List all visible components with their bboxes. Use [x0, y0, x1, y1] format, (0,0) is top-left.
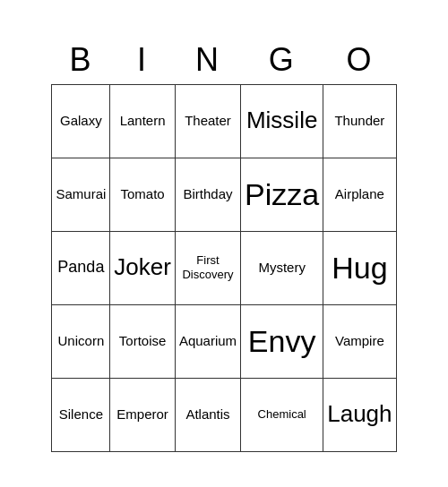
cell-text-r3-c0: Unicorn [56, 333, 106, 349]
cell-r3-c4: Vampire [323, 304, 396, 378]
cell-text-r2-c0: Panda [56, 258, 106, 278]
cell-r1-c2: Birthday [175, 158, 240, 231]
header-g: G [241, 36, 323, 85]
cell-text-r1-c1: Tomato [114, 186, 171, 202]
header-row: B I N G O [52, 36, 396, 85]
cell-text-r2-c1: Joker [114, 253, 171, 281]
cell-text-r0-c0: Galaxy [56, 113, 106, 129]
cell-r1-c3: Pizza [241, 158, 323, 231]
cell-text-r4-c3: Chemical [245, 407, 319, 422]
cell-r4-c3: Chemical [241, 378, 323, 451]
cell-r0-c3: Missile [241, 84, 323, 158]
cell-r3-c1: Tortoise [110, 304, 176, 378]
cell-r1-c4: Airplane [323, 158, 396, 231]
cell-r0-c2: Theater [175, 84, 240, 158]
cell-text-r0-c3: Missile [245, 107, 319, 134]
cell-r2-c3: Mystery [241, 231, 323, 304]
cell-r4-c1: Emperor [110, 378, 176, 451]
grid-row-0: GalaxyLanternTheaterMissileThunder [52, 84, 396, 158]
cell-r3-c3: Envy [241, 304, 323, 378]
cell-text-r3-c4: Vampire [327, 333, 392, 349]
cell-text-r2-c4: Hug [327, 250, 392, 286]
cell-r1-c0: Samurai [52, 158, 110, 231]
cell-r2-c4: Hug [323, 231, 396, 304]
cell-r1-c1: Tomato [110, 158, 176, 231]
cell-text-r3-c2: Aquarium [179, 333, 237, 349]
grid-row-3: UnicornTortoiseAquariumEnvyVampire [52, 304, 396, 378]
grid-row-4: SilenceEmperorAtlantisChemicalLaugh [52, 378, 396, 451]
cell-r2-c1: Joker [110, 231, 176, 304]
cell-text-r1-c0: Samurai [56, 186, 106, 202]
cell-r2-c2: First Discovery [175, 231, 240, 304]
header-i: I [110, 36, 176, 85]
cell-r3-c0: Unicorn [52, 304, 110, 378]
cell-r0-c0: Galaxy [52, 84, 110, 158]
cell-r3-c2: Aquarium [175, 304, 240, 378]
cell-text-r2-c2: First Discovery [179, 253, 237, 281]
cell-r4-c2: Atlantis [175, 378, 240, 451]
cell-text-r3-c3: Envy [245, 323, 319, 360]
cell-text-r0-c2: Theater [179, 113, 237, 129]
cell-text-r2-c3: Mystery [245, 260, 319, 276]
cell-text-r4-c4: Laugh [327, 400, 392, 428]
cell-r4-c4: Laugh [323, 378, 396, 451]
cell-text-r1-c3: Pizza [245, 176, 319, 213]
header-o: O [323, 36, 396, 85]
grid-row-2: PandaJokerFirst DiscoveryMysteryHug [52, 231, 396, 304]
cell-r0-c1: Lantern [110, 84, 176, 158]
header-b: B [52, 36, 110, 85]
cell-text-r4-c0: Silence [56, 406, 106, 423]
cell-text-r0-c1: Lantern [114, 113, 171, 129]
cell-r4-c0: Silence [52, 378, 110, 451]
cell-r2-c0: Panda [52, 231, 110, 304]
cell-text-r3-c1: Tortoise [114, 333, 171, 349]
grid-row-1: SamuraiTomatoBirthdayPizzaAirplane [52, 158, 396, 231]
cell-text-r1-c2: Birthday [179, 186, 237, 202]
cell-text-r0-c4: Thunder [327, 113, 392, 129]
cell-text-r4-c1: Emperor [114, 406, 171, 423]
cell-text-r4-c2: Atlantis [179, 406, 237, 423]
cell-r0-c4: Thunder [323, 84, 396, 158]
header-n: N [175, 36, 240, 85]
cell-text-r1-c4: Airplane [327, 186, 392, 202]
bingo-grid: B I N G O GalaxyLanternTheaterMissileThu… [51, 36, 396, 452]
